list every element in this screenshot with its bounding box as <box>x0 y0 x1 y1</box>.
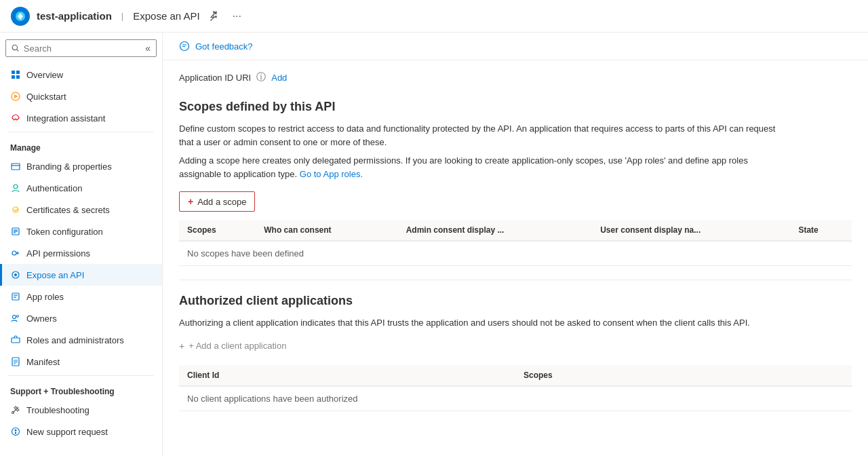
branding-icon <box>10 161 21 172</box>
sidebar-item-owners-label: Owners <box>26 314 57 324</box>
col-admin-consent: Admin consent display ... <box>398 220 592 241</box>
owners-icon <box>10 313 21 324</box>
troubleshoot-icon <box>10 404 21 415</box>
sidebar-item-certificates[interactable]: Certificates & secrets <box>0 199 162 221</box>
main-content: Got feedback? Application ID URI ⓘ Add S… <box>163 33 868 456</box>
sidebar-item-api-permissions[interactable]: API permissions <box>0 242 162 264</box>
sidebar-item-quickstart[interactable]: Quickstart <box>0 86 162 107</box>
approles-icon <box>10 291 21 302</box>
sidebar-item-new-support[interactable]: New support request <box>0 421 162 442</box>
svg-rect-5 <box>16 71 20 74</box>
add-client-plus: + <box>179 341 184 352</box>
app-roles-link[interactable]: Go to App roles. <box>300 169 363 179</box>
svg-rect-7 <box>16 75 20 79</box>
plus-icon: + <box>188 196 193 207</box>
header: test-application | Expose an API ··· <box>0 0 868 33</box>
col-user-consent: User consent display na... <box>592 220 790 241</box>
sidebar-divider-manage <box>8 132 154 132</box>
app-id-uri-label: Application ID URI <box>179 73 251 83</box>
add-scope-label: Add a scope <box>197 197 246 207</box>
svg-rect-27 <box>12 338 20 343</box>
authorized-apps-table: Client Id Scopes No client applications … <box>179 365 852 411</box>
scopes-section-title: Scopes defined by this API <box>179 100 852 114</box>
svg-point-21 <box>14 273 17 276</box>
page-title: Expose an API <box>133 10 199 22</box>
sidebar-item-expose-api[interactable]: Expose an API <box>0 264 162 286</box>
sidebar-item-manifest-label: Manifest <box>26 357 60 367</box>
certificate-icon <box>10 204 21 215</box>
support-section-label: Support + Troubleshooting <box>0 379 162 399</box>
sidebar-item-api-permissions-label: API permissions <box>26 248 90 259</box>
add-client-label: + Add a client application <box>189 341 286 351</box>
pin-button[interactable] <box>207 8 223 24</box>
col-client-scopes: Scopes <box>515 365 852 386</box>
svg-line-3 <box>17 50 19 52</box>
sidebar-item-token-config[interactable]: Token configuration <box>0 221 162 242</box>
sidebar-item-authentication-label: Authentication <box>26 183 82 193</box>
clients-empty-row: No client applications have been authori… <box>179 386 852 411</box>
rocket-icon <box>10 113 21 124</box>
scopes-description-2-text: Adding a scope here creates only delegat… <box>179 155 748 179</box>
sidebar-item-new-support-label: New support request <box>26 427 108 437</box>
grid-icon <box>10 69 21 80</box>
sidebar-item-token-label: Token configuration <box>26 227 103 237</box>
feedback-bar: Got feedback? <box>163 33 868 60</box>
collapse-button[interactable]: « <box>145 43 151 54</box>
sidebar-item-app-roles-label: App roles <box>26 292 64 302</box>
sidebar-item-roles-admin[interactable]: Roles and administrators <box>0 329 162 351</box>
svg-line-1 <box>210 18 214 21</box>
search-icon <box>12 43 20 53</box>
add-client-button[interactable]: + + Add a client application <box>179 335 286 357</box>
svg-marker-9 <box>14 94 18 98</box>
col-client-id: Client Id <box>179 365 515 386</box>
sidebar-item-integration-label: Integration assistant <box>26 113 105 124</box>
sidebar-search-container: « <box>5 39 157 57</box>
manifest-icon <box>10 356 21 367</box>
sidebar-item-branding-label: Branding & properties <box>26 162 112 172</box>
svg-point-34 <box>15 430 17 432</box>
add-app-id-uri-link[interactable]: Add <box>271 73 287 83</box>
sidebar-item-integration[interactable]: Integration assistant <box>0 107 162 129</box>
sidebar-item-overview[interactable]: Overview <box>0 64 162 86</box>
permission-icon <box>10 248 21 259</box>
section-divider <box>179 280 852 280</box>
sidebar-item-authentication[interactable]: Authentication <box>0 177 162 199</box>
content-area: Application ID URI ⓘ Add Scopes defined … <box>163 60 868 433</box>
app-id-uri-row: Application ID URI ⓘ Add <box>179 71 852 83</box>
authentication-icon <box>10 183 21 193</box>
svg-rect-4 <box>12 71 15 74</box>
roles-icon <box>10 335 21 345</box>
col-scopes: Scopes <box>179 220 256 241</box>
sidebar-item-troubleshooting[interactable]: Troubleshooting <box>0 399 162 421</box>
sidebar-item-manifest[interactable]: Manifest <box>0 351 162 373</box>
scopes-table: Scopes Who can consent Admin consent dis… <box>179 220 852 266</box>
main-layout: « Overview Quickstart Integration assist… <box>0 33 868 456</box>
scopes-empty-row: No scopes have been defined <box>179 241 852 266</box>
scopes-description-1: Define custom scopes to restrict access … <box>179 122 789 149</box>
scopes-empty-message: No scopes have been defined <box>179 241 852 266</box>
add-scope-button[interactable]: + Add a scope <box>179 191 255 212</box>
sidebar-item-troubleshooting-label: Troubleshooting <box>26 405 90 415</box>
info-icon: ⓘ <box>256 71 266 83</box>
manage-section-label: Manage <box>0 135 162 155</box>
feedback-label[interactable]: Got feedback? <box>195 41 253 52</box>
sidebar-item-owners[interactable]: Owners <box>0 307 162 329</box>
sidebar-divider-support <box>8 375 154 376</box>
token-icon <box>10 226 21 237</box>
col-state: State <box>790 220 852 241</box>
svg-point-25 <box>13 316 16 319</box>
sidebar-item-branding[interactable]: Branding & properties <box>0 155 162 177</box>
support-icon <box>10 426 21 437</box>
svg-point-2 <box>12 45 17 50</box>
sidebar-item-app-roles[interactable]: App roles <box>0 286 162 307</box>
sidebar-item-expose-label: Expose an API <box>26 270 84 280</box>
sidebar-item-overview-label: Overview <box>26 70 63 80</box>
svg-point-26 <box>17 316 19 318</box>
quickstart-icon <box>10 91 21 102</box>
search-input[interactable] <box>24 43 141 54</box>
sidebar-item-quickstart-label: Quickstart <box>26 92 66 102</box>
more-button[interactable]: ··· <box>230 7 244 25</box>
sidebar-item-certificates-label: Certificates & secrets <box>26 205 110 215</box>
svg-rect-22 <box>12 293 19 300</box>
sidebar: « Overview Quickstart Integration assist… <box>0 33 163 456</box>
